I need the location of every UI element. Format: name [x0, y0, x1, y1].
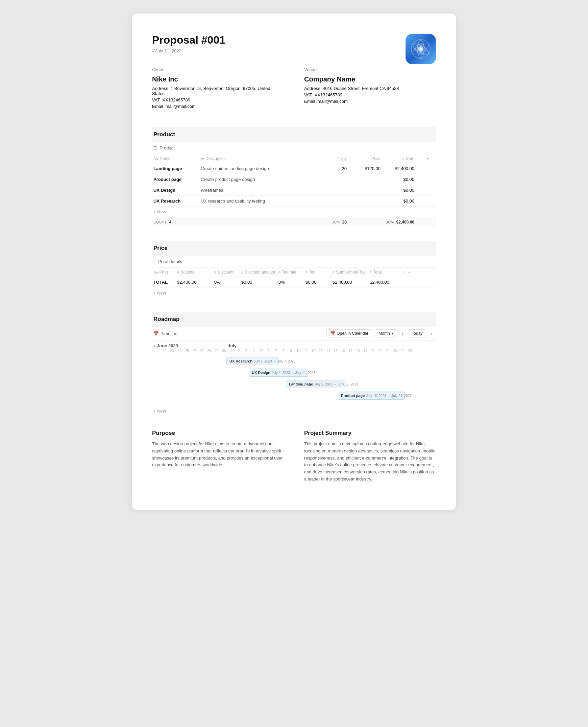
roadmap-add-new[interactable]: + New [152, 406, 436, 416]
cell-product-sum-2: $0.00 [380, 188, 414, 193]
vendor-email-value: mail@mail.com [318, 99, 348, 104]
footer-spacer2 [347, 220, 380, 224]
price-cell-discount: 0% [214, 280, 241, 285]
day-cell: 16 [339, 349, 347, 353]
col-header-sum: # Sum [380, 156, 414, 161]
product-col-headers: Aa Name ☰ Description # Qty # Price # [152, 154, 436, 163]
chevron-down-icon: ▾ [391, 331, 393, 336]
open-calendar-button[interactable]: 📅 Open in Calendar [327, 329, 372, 338]
svg-point-3 [420, 48, 422, 50]
project-summary-title: Project Summary [304, 430, 436, 437]
col-header-qty: # Qty [320, 156, 347, 161]
day-cell: 3 [243, 349, 250, 353]
hash-discamt: # [241, 270, 243, 274]
gantt-bar-product-page[interactable]: Product page July 16, 2023 → July 24, 20… [338, 391, 405, 400]
table-row: TOTAL $2,400.00 0% $0.00 0% $0.00 $2,400… [152, 277, 436, 288]
day-cell: 25 [183, 349, 191, 353]
client-address-label: Address [152, 86, 168, 91]
gantt-row-0: UX Research July 1, 2023 → July 7, 2023 [152, 357, 436, 366]
cell-product-name-0: Landing page [153, 166, 201, 171]
gantt-bar-dates: July 9, 2023 → July 16, 2023 [315, 382, 358, 386]
footer-sum-qty: sum 20 [320, 220, 347, 224]
cell-product-name-1: Product page [153, 177, 201, 182]
vendor-address-value: 4016 Doane Street, Fremont CA 94538 [323, 86, 399, 91]
july-month-label: July [228, 343, 414, 348]
day-cell: 24 [399, 349, 406, 353]
day-cell: 30 [220, 349, 228, 353]
today-button[interactable]: Today [408, 329, 426, 338]
day-cell: 6 [265, 349, 272, 353]
day-cell: 4 [250, 349, 257, 353]
day-cell: 11 [302, 349, 310, 353]
hash-total: # [370, 270, 372, 274]
cell-product-qty-0: 20 [320, 166, 347, 171]
footer-sum-sum: sum $2,400.00 [380, 220, 414, 224]
price-cell-name: TOTAL [153, 280, 177, 285]
june-month-label: » June 2023 [153, 343, 228, 348]
price-add-new[interactable]: + New [152, 288, 436, 298]
hash-price: # [368, 157, 370, 161]
day-cell: 2 [235, 349, 243, 353]
price-cell-taxrate: 0% [278, 280, 306, 285]
hash-tax: # [306, 270, 308, 274]
june-block: » June 2023 1 22 23 24 25 26 27 [153, 343, 228, 353]
day-cell: 8 [280, 349, 287, 353]
hash-discount: # [214, 270, 216, 274]
gantt-area: UX Research July 1, 2023 → July 7, 2023 … [152, 355, 436, 406]
timeline-container: » June 2023 1 22 23 24 25 26 27 [152, 341, 436, 416]
prev-nav-button[interactable]: ‹ [400, 330, 405, 337]
price-cell-tax: $0.00 [306, 280, 333, 285]
cell-product-sum-0: $2,400.00 [380, 166, 414, 171]
hash-sum: # [402, 157, 404, 161]
product-section-header: Product [152, 127, 436, 142]
client-vat: VAT XX132465789 [152, 97, 284, 102]
client-block: Client Nike Inc Address 1 Bowerman Dr, B… [152, 67, 284, 110]
cell-product-name-3: UX Research [153, 199, 201, 204]
product-add-new[interactable]: + New [152, 207, 436, 217]
count-label: count [153, 220, 167, 224]
july-days: 1 2 3 4 5 6 7 8 9 10 11 [228, 349, 414, 353]
hash-sumwotax: # [333, 270, 335, 274]
gantt-row-3: Product page July 16, 2023 → July 24, 20… [152, 391, 436, 401]
day-cell: 25 [406, 349, 414, 353]
gantt-bar-ux-research[interactable]: UX Research July 1, 2023 → July 7, 2023 [226, 357, 278, 365]
table-row: Landing page Create unique landing page … [152, 163, 436, 174]
price-cell-discamt: $0.00 [241, 280, 278, 285]
roadmap-section-header: Roadmap [152, 312, 436, 327]
timeline-inner: » June 2023 1 22 23 24 25 26 27 [152, 341, 436, 416]
day-cell: 10 [295, 349, 302, 353]
client-address-value: 1 Bowerman Dr, Beaverton, Oregon, 97005,… [152, 86, 270, 96]
month-dropdown-button[interactable]: Month ▾ [375, 329, 397, 338]
cell-product-sum-1: $0.00 [380, 177, 414, 182]
price-col-h-discount: # Discount [214, 270, 241, 275]
price-col-h-total: # Total [370, 270, 403, 275]
price-col-h-actions: + ··· [403, 270, 435, 275]
cell-product-desc-0: Create unique landing page design [201, 166, 320, 171]
price-section: Price # Price details Aa Price # Subtota… [152, 241, 436, 298]
roadmap-table: 📅 Timeline 📅 Open in Calendar Month ▾ ‹ … [152, 327, 436, 416]
cell-product-desc-1: Create product page design [201, 177, 320, 182]
gantt-bar-ux-design[interactable]: UX Design July 4, 2023 → July 11, 2023 [249, 368, 308, 377]
client-email: Email mail@mail.com [152, 104, 284, 109]
gantt-bar-label: UX Research [229, 359, 252, 363]
gantt-bar-landing-page[interactable]: Landing page July 9, 2023 → July 16, 202… [286, 380, 345, 388]
vendor-label: Vendor [304, 67, 436, 72]
next-nav-button[interactable]: › [429, 330, 435, 337]
aa-icon-name: Aa [153, 157, 158, 161]
purpose-title: Purpose [152, 430, 284, 437]
day-cell: 29 [213, 349, 220, 353]
day-cell: 9 [287, 349, 295, 353]
vendor-vat: VAT XX132465789 [304, 92, 436, 97]
gantt-row-2: Landing page July 9, 2023 → July 16, 202… [152, 380, 436, 389]
purpose-block: Purpose The web design project for Nike … [152, 430, 284, 483]
day-cell: 28 [206, 349, 213, 353]
client-vat-value: XX132465789 [163, 97, 190, 102]
day-cell: 15 [332, 349, 339, 353]
hash-price-header: # [153, 260, 155, 264]
day-cell: 13 [317, 349, 324, 353]
roadmap-sub-header: 📅 Timeline [153, 331, 177, 336]
price-cell-sumwotax: $2,400.00 [333, 280, 370, 285]
gantt-bar-label: Product page [341, 393, 365, 398]
roadmap-controls: 📅 Open in Calendar Month ▾ ‹ Today › [327, 329, 435, 338]
footer-count: count 4 [153, 220, 201, 224]
